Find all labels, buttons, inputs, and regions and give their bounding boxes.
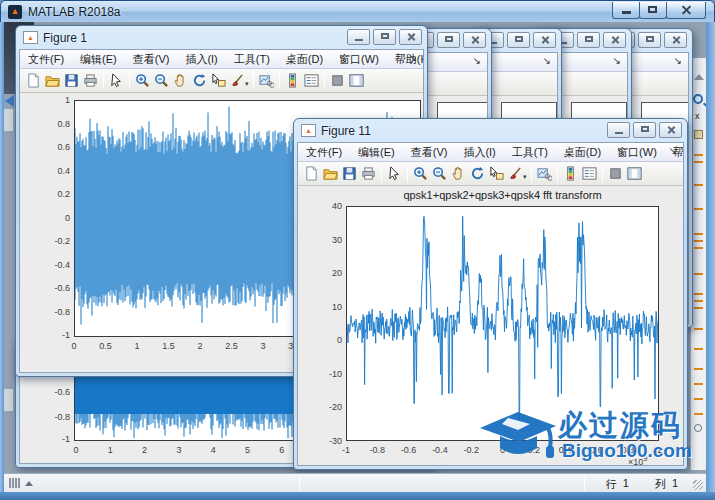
figure11-toolbar[interactable]: ▾	[298, 162, 683, 186]
save-figure-button[interactable]	[62, 72, 81, 90]
close-button[interactable]	[463, 32, 486, 48]
menu-item-0[interactable]: 文件(F)	[20, 52, 72, 67]
minimize-button[interactable]	[612, 2, 640, 19]
warning-marker[interactable]	[694, 233, 703, 235]
insert-colorbar-button[interactable]	[283, 72, 302, 90]
close-button[interactable]	[603, 32, 626, 48]
menu-item-6[interactable]: 窗口(W)	[609, 145, 665, 160]
menu-item-3[interactable]: 插入(I)	[455, 145, 503, 160]
dock-figure-icon[interactable]: ↘	[473, 55, 481, 66]
warning-marker[interactable]	[694, 247, 703, 249]
edit-plot-button[interactable]	[385, 165, 404, 183]
minimize-button[interactable]	[347, 29, 370, 45]
menu-item-7[interactable]: 帮助(H)	[387, 52, 424, 67]
zoom-in-button[interactable]	[411, 165, 430, 183]
scroll-up-icon[interactable]	[694, 74, 704, 80]
show-plot-tools-button[interactable]	[625, 165, 644, 183]
figure11-menubar[interactable]: 文件(F)编辑(E)查看(V)插入(I)工具(T)桌面(D)窗口(W)帮助(H)…	[298, 143, 683, 162]
zoom-out-button[interactable]	[430, 165, 449, 183]
maximize-button[interactable]	[437, 32, 460, 48]
warning-marker[interactable]	[694, 383, 703, 385]
menu-item-4[interactable]: 工具(T)	[504, 145, 556, 160]
warning-marker[interactable]	[694, 154, 703, 156]
rotate-3d-button[interactable]	[468, 165, 487, 183]
main-titlebar[interactable]: ▲ MATLAB R2018a	[1, 1, 714, 22]
figure1-titlebar[interactable]: ▲ Figure 1	[16, 26, 427, 49]
warning-marker[interactable]	[694, 208, 703, 210]
warning-marker[interactable]	[694, 368, 703, 370]
collapsed-panel-tab[interactable]	[4, 108, 14, 132]
resize-grip[interactable]	[693, 480, 703, 490]
new-figure-button[interactable]	[24, 72, 43, 90]
print-figure-button[interactable]	[81, 72, 100, 90]
warning-marker[interactable]	[694, 161, 703, 163]
figure1-toolbar[interactable]: ▾	[20, 69, 423, 93]
warning-marker[interactable]	[694, 273, 703, 275]
warning-marker[interactable]	[694, 348, 703, 350]
maximize-button[interactable]	[633, 122, 656, 138]
maximize-button[interactable]	[373, 29, 396, 45]
menu-item-4[interactable]: 工具(T)	[226, 52, 278, 67]
data-cursor-button[interactable]	[487, 165, 506, 183]
menu-item-2[interactable]: 查看(V)	[125, 52, 178, 67]
menu-item-5[interactable]: 桌面(D)	[556, 145, 609, 160]
collapsed-panel-tab[interactable]	[4, 388, 14, 412]
warning-marker[interactable]	[694, 307, 703, 309]
pan-button[interactable]	[449, 165, 468, 183]
dock-figure-icon[interactable]: ↘	[543, 55, 551, 66]
warning-marker[interactable]	[694, 240, 703, 242]
close-button[interactable]	[399, 29, 422, 45]
figure1-menubar[interactable]: 文件(F)编辑(E)查看(V)插入(I)工具(T)桌面(D)窗口(W)帮助(H)…	[20, 50, 423, 69]
data-cursor-button[interactable]	[209, 72, 228, 90]
show-plot-tools-button[interactable]	[347, 72, 366, 90]
close-icon[interactable]: x	[695, 111, 700, 121]
save-figure-button[interactable]	[340, 165, 359, 183]
hide-plot-tools-button[interactable]	[606, 165, 625, 183]
brush-dropdown-icon[interactable]: ▾	[245, 80, 249, 88]
menu-item-5[interactable]: 桌面(D)	[278, 52, 331, 67]
minimized-toolbar-icon[interactable]	[9, 478, 33, 488]
warning-marker[interactable]	[694, 293, 703, 295]
menu-item-6[interactable]: 窗口(W)	[331, 52, 387, 67]
edit-plot-button[interactable]	[107, 72, 126, 90]
menu-item-0[interactable]: 文件(F)	[298, 145, 350, 160]
figure11-titlebar[interactable]: ▲ Figure 11	[294, 119, 687, 142]
print-figure-button[interactable]	[359, 165, 378, 183]
zoom-in-button[interactable]	[133, 72, 152, 90]
pan-button[interactable]	[171, 72, 190, 90]
insert-legend-button[interactable]	[580, 165, 599, 183]
insert-legend-button[interactable]	[302, 72, 321, 90]
hide-plot-tools-button[interactable]	[328, 72, 347, 90]
open-file-button[interactable]	[43, 72, 62, 90]
maximize-button[interactable]	[638, 32, 661, 48]
menu-item-3[interactable]: 插入(I)	[177, 52, 225, 67]
dock-figure-icon[interactable]: ↘	[669, 145, 677, 156]
link-plot-button[interactable]	[257, 72, 276, 90]
close-button[interactable]	[664, 32, 687, 48]
warning-marker[interactable]	[694, 184, 703, 186]
search-icon[interactable]	[693, 94, 703, 104]
menu-item-2[interactable]: 查看(V)	[403, 145, 456, 160]
dock-figure-icon[interactable]: ↘	[674, 55, 682, 66]
close-button[interactable]	[666, 2, 706, 19]
dock-figure-icon[interactable]: ↘	[613, 55, 621, 66]
menu-item-1[interactable]: 编辑(E)	[350, 145, 403, 160]
maximize-button[interactable]	[639, 2, 667, 19]
warning-marker[interactable]	[694, 300, 703, 302]
link-plot-button[interactable]	[535, 165, 554, 183]
back-arrow-icon[interactable]	[5, 95, 14, 107]
close-button[interactable]	[659, 122, 682, 138]
brush-dropdown-icon[interactable]: ▾	[523, 173, 527, 181]
rotate-3d-button[interactable]	[190, 72, 209, 90]
maximize-button[interactable]	[577, 32, 600, 48]
menu-item-1[interactable]: 编辑(E)	[72, 52, 125, 67]
close-button[interactable]	[533, 32, 556, 48]
insert-colorbar-button[interactable]	[561, 165, 580, 183]
zoom-out-button[interactable]	[152, 72, 171, 90]
maximize-button[interactable]	[507, 32, 530, 48]
new-figure-button[interactable]	[302, 165, 321, 183]
warning-marker[interactable]	[694, 328, 703, 330]
dock-figure-icon[interactable]: ↘	[409, 52, 417, 63]
open-file-button[interactable]	[321, 165, 340, 183]
minimize-button[interactable]	[607, 122, 630, 138]
